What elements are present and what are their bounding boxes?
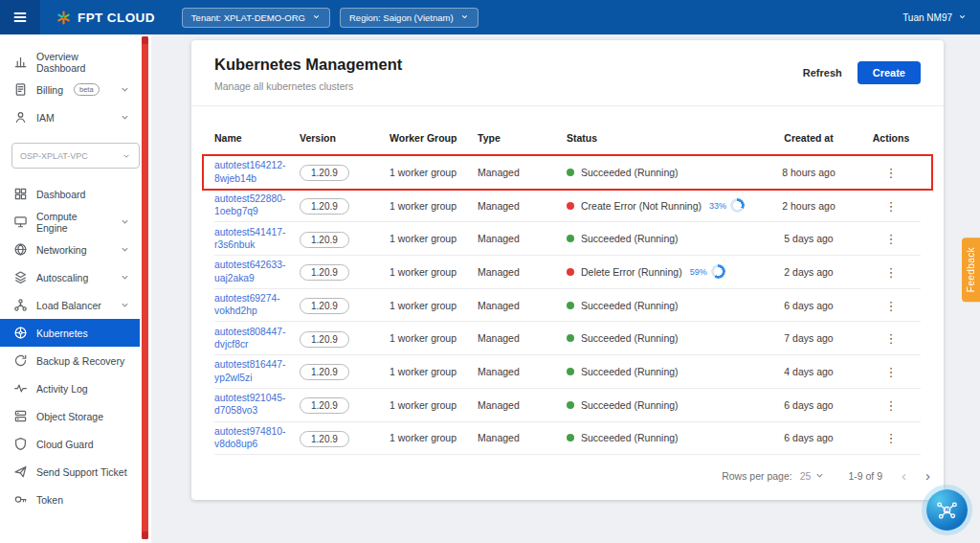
rows-per-page-select[interactable]: 25 — [800, 470, 826, 482]
progress-percent: 59% — [690, 267, 707, 277]
user-menu[interactable]: Tuan NM97 — [902, 12, 967, 23]
row-actions-button[interactable]: ⋮ — [885, 200, 898, 213]
chevron-down-icon — [122, 151, 131, 161]
sidebar-item-label: Dashboard — [36, 189, 85, 200]
sidebar-scrollbar[interactable] — [142, 36, 148, 539]
worker-group-cell: 1 worker group — [390, 300, 478, 311]
type-cell: Managed — [478, 167, 567, 178]
chevron-down-icon — [120, 216, 130, 227]
backup-icon — [13, 353, 28, 368]
created-at-cell: 2 days ago — [756, 266, 861, 278]
row-actions-button[interactable]: ⋮ — [885, 332, 898, 345]
created-at-cell: 8 hours ago — [756, 167, 861, 178]
tenant-label: Tenant: XPLAT-DEMO-ORG — [191, 12, 305, 23]
vpc-select[interactable]: OSP-XPLAT-VPC — [11, 143, 140, 169]
sidebar-item-token[interactable]: Token — [0, 486, 140, 513]
sidebar-item-iam[interactable]: IAM — [0, 103, 140, 131]
sidebar-item-object-storage[interactable]: Object Storage — [0, 402, 140, 430]
status-text: Succeeded (Running) — [581, 399, 679, 411]
progress-ring — [730, 198, 745, 213]
sidebar-item-cloud-guard[interactable]: Cloud Guard — [0, 430, 140, 458]
status-cell: Succeeded (Running) — [567, 233, 756, 244]
cluster-name-link[interactable]: autotest921045-d7058vo3 — [214, 392, 296, 418]
version-pill: 1.20.9 — [300, 397, 349, 414]
prev-page-button[interactable]: ‹ — [902, 468, 906, 483]
topbar: FPT CLOUD Tenant: XPLAT-DEMO-ORG Region:… — [0, 0, 980, 34]
row-actions-button[interactable]: ⋮ — [885, 399, 898, 412]
cluster-name-link[interactable]: autotest541417-r3s6nbuk — [214, 226, 296, 252]
cluster-name-link[interactable]: autotest642633-uaj2aka9 — [214, 259, 296, 284]
cluster-name-link[interactable]: autotest522880-1oebg7q9 — [214, 192, 296, 218]
storage-icon — [13, 409, 28, 423]
autoscale-icon — [13, 270, 28, 284]
rows-per-page-value: 25 — [800, 470, 812, 482]
fpt-logo-icon — [56, 10, 72, 26]
next-page-button[interactable]: › — [925, 468, 930, 483]
column-header-created-at: Created at — [756, 132, 861, 144]
chevron-down-icon — [120, 244, 130, 255]
sidebar-item-autoscaling[interactable]: Autoscaling — [0, 263, 140, 291]
status-cell: Delete Error (Running)59% — [567, 264, 756, 279]
sidebar-item-label: Kubernetes — [36, 328, 88, 339]
progress-percent: 33% — [709, 201, 726, 211]
sidebar-item-overview-dashboard[interactable]: Overview Dashboard — [0, 48, 140, 76]
cluster-name-link[interactable]: autotest816447-yp2wl5zi — [214, 358, 296, 384]
row-actions-button[interactable]: ⋮ — [885, 266, 898, 279]
row-actions-button[interactable]: ⋮ — [885, 300, 898, 312]
billing-icon — [13, 82, 28, 97]
sidebar-item-load-balancer[interactable]: Load Balancer — [0, 291, 140, 319]
version-pill: 1.20.9 — [300, 431, 349, 447]
sidebar-item-label: Billing — [36, 84, 63, 96]
column-header-type: Type — [478, 132, 567, 144]
sidebar-item-label: Backup & Recovery — [36, 355, 124, 367]
iam-icon — [13, 110, 28, 124]
tenant-select[interactable]: Tenant: XPLAT-DEMO-ORG — [182, 8, 330, 28]
row-actions-button[interactable]: ⋮ — [885, 167, 898, 179]
create-button[interactable]: Create — [858, 61, 921, 84]
row-actions-button[interactable]: ⋮ — [885, 233, 898, 245]
version-pill: 1.20.9 — [300, 364, 349, 380]
cluster-name-link[interactable]: autotest69274-vokhd2hp — [214, 292, 296, 318]
region-select[interactable]: Region: Saigon (Vietnam) — [340, 8, 479, 28]
created-at-cell: 2 hours ago — [756, 200, 861, 212]
sidebar-item-compute-engine[interactable]: Compute Engine — [0, 208, 140, 236]
sidebar-item-label: Load Balancer — [36, 300, 101, 311]
version-pill: 1.20.9 — [300, 198, 349, 215]
worker-group-cell: 1 worker group — [390, 332, 478, 344]
created-at-cell: 6 days ago — [756, 432, 861, 443]
version-pill: 1.20.9 — [300, 331, 349, 348]
fpt-cloud-logo: FPT CLOUD — [56, 10, 155, 26]
refresh-button[interactable]: Refresh — [803, 67, 842, 79]
sidebar-item-dashboard[interactable]: Dashboard — [0, 180, 140, 208]
version-pill: 1.20.9 — [300, 264, 349, 281]
k8s-icon — [13, 326, 28, 340]
table-row: autotest164212-8wjeb14b1.20.91 worker gr… — [214, 156, 921, 190]
cluster-name-link[interactable]: autotest808447-dvjcf8cr — [214, 326, 296, 351]
sidebar-item-activity-log[interactable]: Activity Log — [0, 374, 140, 402]
type-cell: Managed — [478, 366, 567, 377]
status-dot — [567, 169, 574, 176]
row-actions-button[interactable]: ⋮ — [885, 366, 898, 378]
sidebar-item-billing[interactable]: Billingbeta — [0, 76, 140, 103]
sidebar-item-backup-recovery[interactable]: Backup & Recovery — [0, 347, 140, 374]
sidebar-item-send-support-ticket[interactable]: Send Support Ticket — [0, 458, 140, 486]
status-dot — [567, 235, 574, 242]
sidebar-item-networking[interactable]: Networking — [0, 236, 140, 263]
pagination: Rows per page: 25 1-9 of 9 ‹ › — [191, 455, 944, 500]
sidebar-item-label: Object Storage — [36, 411, 103, 422]
type-cell: Managed — [478, 399, 567, 411]
ai-assistant-button[interactable]: AI — [926, 489, 968, 531]
row-actions-button[interactable]: ⋮ — [885, 432, 898, 444]
sidebar-item-label: Networking — [36, 244, 87, 256]
chevron-down-icon — [460, 12, 469, 23]
chevron-down-icon — [120, 112, 130, 123]
cluster-name-link[interactable]: autotest974810-v8do8up6 — [214, 425, 296, 451]
worker-group-cell: 1 worker group — [390, 200, 478, 212]
sidebar-item-kubernetes[interactable]: Kubernetes — [0, 319, 140, 347]
cluster-name-link[interactable]: autotest164212-8wjeb14b — [214, 159, 296, 185]
kubernetes-card: Kubernetes Management Manage all kuberne… — [191, 40, 944, 500]
feedback-button[interactable]: Feedback — [962, 238, 980, 302]
status-cell: Succeeded (Running) — [567, 167, 756, 178]
menu-button[interactable] — [0, 0, 40, 34]
column-header-status: Status — [567, 132, 756, 144]
